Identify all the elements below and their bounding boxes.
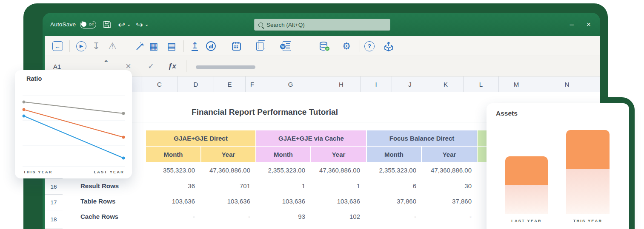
download-icon: ↧	[92, 42, 100, 51]
table-cell[interactable]: -	[367, 211, 416, 222]
assets-axis-label-last-year: LAST YEAR	[505, 219, 548, 223]
confirm-entry-button[interactable]: ✓	[148, 56, 154, 76]
grid-icon: ▦	[149, 42, 158, 51]
column-header[interactable]: E	[214, 76, 246, 92]
minimize-button[interactable]: –	[570, 20, 574, 29]
table-subheader[interactable]: Month	[256, 147, 310, 162]
table-cell[interactable]: 103,636	[256, 196, 305, 207]
download-button[interactable]: ↧	[90, 36, 103, 56]
table-subheader[interactable]: Year	[311, 147, 366, 162]
word-export-button[interactable]: W	[280, 36, 294, 56]
row-header[interactable]: 16	[45, 178, 63, 195]
table-cell[interactable]: -	[146, 211, 195, 222]
column-header[interactable]: G	[259, 76, 322, 92]
publish-button[interactable]: ↥	[189, 36, 201, 56]
window-controls: – ×	[570, 13, 591, 36]
table-cell[interactable]: -	[422, 211, 472, 222]
table-cell[interactable]: 37,860	[367, 196, 416, 207]
assets-bar-base-segment	[566, 169, 610, 214]
help-button[interactable]: ?	[363, 36, 376, 56]
table-cell[interactable]: 2,355,323.00	[256, 165, 305, 176]
table-subheader[interactable]: Month	[146, 147, 200, 162]
column-header[interactable]: I	[361, 76, 392, 92]
undo-icon[interactable]: ↩	[118, 20, 125, 30]
save-icon[interactable]	[103, 20, 111, 28]
table-cell[interactable]: 103,636	[311, 196, 360, 207]
table-cell[interactable]: 103,636	[201, 196, 250, 207]
back-button[interactable]: ←	[51, 36, 64, 56]
row-header[interactable]: 17	[45, 195, 63, 210]
warnings-button[interactable]: ⚠	[106, 36, 119, 56]
close-button[interactable]: ×	[587, 20, 591, 29]
column-header[interactable]: K	[428, 76, 464, 92]
column-header[interactable]: D	[178, 76, 214, 92]
toggle-knob-icon	[81, 22, 86, 27]
table-subheader[interactable]: Year	[422, 147, 477, 162]
table-subheader[interactable]: Year	[201, 147, 255, 162]
table-group-header[interactable]: Focus Balance Direct	[367, 130, 477, 146]
table-cell[interactable]: 1	[311, 181, 360, 192]
table-cell[interactable]: 102	[311, 211, 360, 222]
titlebar: AutoSave Off ↩ ⌄ ↪ ⌄ – ×	[43, 13, 600, 36]
table-group-header[interactable]: GJAE+GJE Direct	[146, 130, 255, 146]
undo-chevron-icon[interactable]: ⌄	[127, 22, 131, 27]
help-icon: ?	[364, 41, 375, 51]
table-cell[interactable]: 355,323.00	[146, 165, 195, 176]
redo-chevron-icon[interactable]: ⌄	[145, 22, 149, 27]
table-subheader[interactable]: Month	[367, 147, 421, 162]
column-header[interactable]: H	[322, 76, 361, 92]
table-cell[interactable]: 103,636	[146, 196, 195, 207]
table-cell[interactable]: 36	[146, 181, 195, 192]
pivot-table-button[interactable]: ▤	[165, 36, 178, 56]
column-header[interactable]: M	[499, 76, 534, 92]
search-input[interactable]	[266, 22, 386, 28]
table-row-label[interactable]: Result Rows	[80, 181, 144, 192]
upload-icon: ↥	[192, 41, 199, 51]
toolbar-separator	[311, 40, 311, 52]
table-cell[interactable]: 701	[201, 181, 250, 192]
sheet-title: Financial Report Performance Tutorial	[146, 107, 384, 117]
table-cell[interactable]: 1	[256, 181, 305, 192]
table-cell[interactable]: 37,860	[422, 196, 472, 207]
database-button[interactable]	[317, 36, 332, 56]
grid-view-button[interactable]: ▦	[147, 36, 160, 56]
column-header[interactable]: F	[246, 76, 259, 92]
table-cell[interactable]: -	[201, 211, 250, 222]
calendar-button[interactable]	[229, 36, 243, 56]
redo-icon[interactable]: ↪	[136, 20, 143, 30]
magic-wand-button[interactable]	[133, 36, 147, 56]
settings-button[interactable]: ⚙	[340, 36, 353, 56]
formula-content-placeholder[interactable]	[196, 65, 255, 69]
column-header[interactable]: L	[464, 76, 499, 92]
search-box[interactable]	[254, 19, 390, 31]
table-row-label[interactable]: Cache Rows	[80, 211, 144, 222]
magic-wand-icon	[135, 41, 145, 51]
column-header[interactable]: C	[141, 76, 178, 92]
column-header[interactable]: J	[392, 76, 428, 92]
table-cell[interactable]: 47,360,886.00	[422, 165, 472, 176]
table-cell[interactable]: 47,360,886.00	[201, 165, 250, 176]
assets-chart-divider	[557, 127, 557, 198]
insert-function-button[interactable]: ƒx	[168, 56, 176, 76]
performance-button[interactable]	[204, 36, 218, 56]
formula-bar-separator	[186, 60, 186, 72]
autosave-toggle[interactable]: Off	[80, 21, 96, 28]
column-header[interactable]: N	[534, 76, 600, 92]
assets-axis-label-this-year: THIS YEAR	[566, 219, 610, 223]
table-cell[interactable]: 2,355,323.00	[367, 165, 416, 176]
table-cell[interactable]: 93	[256, 211, 305, 222]
unpack-button[interactable]	[382, 36, 395, 56]
row-header[interactable]: 18	[45, 210, 63, 229]
toolbar-separator	[130, 40, 130, 52]
table-cell[interactable]: 30	[422, 181, 472, 192]
table-cell[interactable]: 6	[367, 181, 416, 192]
run-button[interactable]: ▶	[74, 36, 88, 56]
collapse-ribbon-chevron-icon[interactable]: ⌄	[103, 59, 109, 66]
document-tools-button[interactable]	[253, 36, 266, 56]
assets-bar-base-segment	[505, 185, 548, 214]
gear-icon: ⚙	[342, 42, 351, 51]
table-row-label[interactable]: Table Rows	[80, 196, 144, 207]
table-cell[interactable]: 47,360,886.00	[311, 165, 360, 176]
calendar-icon	[231, 41, 242, 51]
table-group-header[interactable]: GJAE+GJE via Cache	[256, 130, 366, 146]
